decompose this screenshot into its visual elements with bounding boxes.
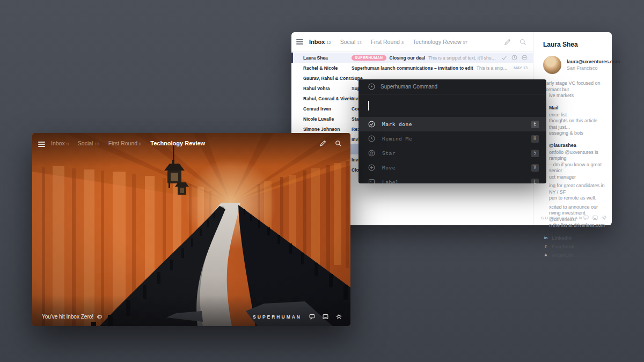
command-move[interactable]: Move V [358,160,546,175]
command-remind-me[interactable]: Remind Me H [358,131,546,146]
label-badge: SUPERHUMAN [352,55,386,61]
check-circle-icon [368,121,375,128]
menu-icon[interactable] [296,39,303,45]
inbox-zero-footer: You've hit Inbox Zero! SUPERHUMAN [32,295,350,326]
superhuman-logo: SUPERHUMAN [541,216,583,220]
email-row[interactable]: Laura Shea SUPERHUMAN Closing our deal T… [291,53,533,63]
label-icon[interactable] [522,55,528,61]
split-inbox-tabs: Inbox9 Social13 First Round8 Technology … [51,140,319,146]
tab-technology-review[interactable]: Technology Review [150,140,205,146]
linkedin-icon: in [543,235,548,240]
tweet-line: ing for great candidates in NY / SF [549,183,605,195]
tweet-line: uct manager [549,174,605,181]
palette-input[interactable] [358,94,546,117]
settings-icon[interactable] [602,215,607,220]
clock-circle-icon [368,135,375,142]
linkedin-link[interactable]: in LinkedIn [543,235,605,241]
tweet-line: – dm if you know a great senior [549,162,605,174]
shortcut-key: L [531,179,539,184]
contact-name: Laura Shea [543,41,605,48]
shortcuts-icon[interactable] [323,314,328,320]
superhuman-logo: SUPERHUMAN [253,314,302,320]
shortcut-key: V [531,164,539,172]
split-inbox-tabs: Inbox12 Social13 First Round8 Technology… [309,39,504,45]
mail-thread[interactable]: essaging & bots [549,130,605,137]
mail-section-title: Mail [549,105,605,110]
mark-done-icon[interactable] [501,55,507,61]
mail-thread[interactable]: ence list [549,112,605,119]
move-circle-icon [368,164,375,171]
tab-inbox[interactable]: Inbox12 [309,39,331,45]
menu-icon[interactable] [38,142,45,147]
tweet-line: pen to remote as well. [549,195,605,202]
inbox-zero-status: You've hit Inbox Zero! [42,314,93,320]
palette-title: Superhuman Command [380,84,437,90]
angellist-link[interactable]: A AngelList [543,253,605,258]
settings-icon[interactable] [336,314,342,320]
fist-icon [97,314,103,320]
command-mark-done[interactable]: Mark done E [358,117,546,131]
tab-first-round[interactable]: First Round8 [371,39,404,45]
tab-social[interactable]: Social13 [78,140,99,146]
command-palette: Superhuman Command Mark done E Remind Me… [358,79,546,183]
shortcut-key: E [531,121,539,128]
tab-inbox[interactable]: Inbox9 [51,140,69,146]
email-date: MAY 13 [514,65,528,70]
search-icon[interactable] [335,140,342,147]
email-row[interactable]: Rachel & Nicole Superhuman launch commun… [291,63,533,73]
twitter-handle[interactable]: @laurashea [549,143,605,148]
contact-bio: Early stage VC focused on dormant but [543,80,605,93]
inbox-zero-window: Inbox9 Social13 First Round8 Technology … [32,133,350,326]
contact-bio: ive markets [549,93,605,99]
angellist-icon: A [543,253,548,257]
shortcuts-icon[interactable] [592,215,598,220]
facebook-link[interactable]: f Facebook [543,244,605,249]
star-circle-icon [368,150,375,157]
tweet-line: xcited to announce our [549,204,605,211]
inbox-header: Inbox12 Social13 First Round8 Technology… [291,32,533,52]
mail-thread[interactable]: thoughts on this article that just... [549,118,605,130]
shortcut-key: S [531,150,539,157]
tweet-line: ortfolio @uxventures is ramping [549,150,605,162]
contact-location: San Francisco [567,65,620,71]
shortcut-key: H [531,135,539,143]
avatar [543,56,561,74]
tab-social[interactable]: Social13 [340,39,362,45]
compose-icon[interactable] [504,39,511,46]
text-caret [368,101,369,110]
facebook-icon: f [543,244,548,249]
search-icon[interactable] [519,39,526,46]
command-label[interactable]: Label L [358,175,546,183]
compose-icon[interactable] [319,140,326,147]
tab-first-round[interactable]: First Round8 [108,140,141,146]
contact-email[interactable]: laura@uxventures.com [567,59,620,64]
command-icon [368,83,375,90]
remind-icon[interactable] [511,55,517,61]
command-star[interactable]: Star S [358,146,546,160]
tweet-line: n the list at driverless.com [549,223,605,229]
tag-icon [368,179,375,183]
inbox-zero-header: Inbox9 Social13 First Round8 Technology … [32,133,350,166]
tab-technology-review[interactable]: Technology Review57 [413,39,467,45]
feedback-icon[interactable] [309,314,315,320]
feedback-icon[interactable] [583,215,589,220]
